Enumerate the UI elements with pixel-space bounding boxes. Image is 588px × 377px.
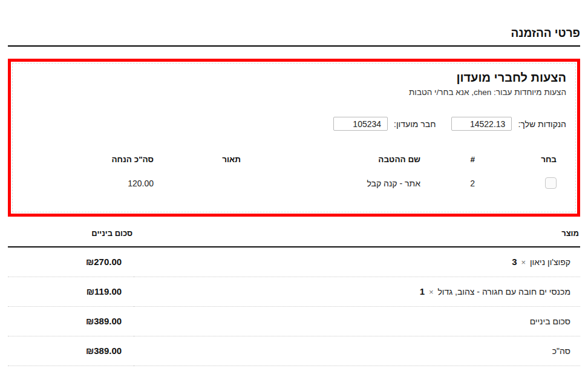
club-offers-inner: הצעות לחברי מועדון הצעות מיוחדות עבור: c…: [12, 63, 576, 212]
benefits-header-desc: תאור: [163, 155, 250, 171]
member-input[interactable]: [333, 117, 388, 131]
points-input[interactable]: [451, 117, 512, 131]
benefit-select-cell: [485, 171, 566, 189]
benefit-desc: [163, 171, 250, 189]
benefit-discount: 120.00: [22, 171, 163, 189]
order-items-table: מוצר סכום ביניים קפוצ'ון ניאון × 3 ₪270.…: [8, 224, 580, 366]
page-title: פרטי ההזמנה: [8, 27, 580, 47]
order-header-product: מוצר: [134, 224, 580, 247]
club-offers-subheading: הצעות מיוחדות עבור: chen, אנא בחר/י הטבו…: [22, 88, 566, 97]
benefit-number: 2: [430, 171, 485, 189]
club-offers-box: הצעות לחברי מועדון הצעות מיוחדות עבור: c…: [8, 59, 580, 217]
benefits-header-name: שם ההטבה: [250, 155, 430, 171]
club-offers-heading: הצעות לחברי מועדון: [22, 71, 566, 85]
benefit-checkbox[interactable]: [545, 177, 557, 189]
member-points-row: הנקודות שלך: חבר מועדון:: [22, 117, 566, 131]
order-header-subtotal: סכום ביניים: [8, 224, 134, 247]
total-label: סה"כ: [134, 336, 580, 366]
benefits-header-row: בחר # שם ההטבה תאור סה"כ הנחה: [22, 155, 566, 171]
product-quantity: 1: [420, 286, 425, 297]
product-name: קפוצ'ון ניאון: [530, 257, 570, 267]
product-quantity: 3: [512, 257, 517, 267]
order-subtotal-row: סכום ביניים ₪389.00: [8, 307, 580, 336]
total-amount: ₪389.00: [8, 336, 134, 366]
order-item-amount: ₪119.00: [8, 277, 134, 307]
order-item-row: מכנסי ים חובה עם חגורה - צהוב, גדול × 1 …: [8, 277, 580, 307]
order-total-row: סה"כ ₪389.00: [8, 336, 580, 366]
order-item-name-cell: קפוצ'ון ניאון × 3: [134, 247, 580, 277]
order-item-row: קפוצ'ון ניאון × 3 ₪270.00: [8, 247, 580, 277]
multiply-symbol: ×: [519, 258, 528, 267]
points-label: הנקודות שלך:: [518, 119, 566, 129]
member-label: חבר מועדון:: [394, 119, 436, 129]
product-name: מכנסי ים חובה עם חגורה - צהוב, גדול: [437, 287, 570, 297]
order-header-row: מוצר סכום ביניים: [8, 224, 580, 247]
benefits-header-discount: סה"כ הנחה: [22, 155, 163, 171]
multiply-symbol: ×: [427, 287, 436, 297]
benefits-header-number: #: [430, 155, 485, 171]
benefits-header-select: בחר: [485, 155, 566, 171]
order-item-amount: ₪270.00: [8, 247, 134, 277]
benefits-table: בחר # שם ההטבה תאור סה"כ הנחה 2 אתר - קנ…: [22, 155, 566, 189]
benefit-row: 2 אתר - קנה קבל 120.00: [22, 171, 566, 189]
order-item-name-cell: מכנסי ים חובה עם חגורה - צהוב, גדול × 1: [134, 277, 580, 307]
order-details-page: פרטי ההזמנה הצעות לחברי מועדון הצעות מיו…: [0, 27, 588, 366]
benefit-name: אתר - קנה קבל: [250, 171, 430, 189]
subtotal-amount: ₪389.00: [8, 307, 134, 336]
subtotal-label: סכום ביניים: [134, 307, 580, 336]
